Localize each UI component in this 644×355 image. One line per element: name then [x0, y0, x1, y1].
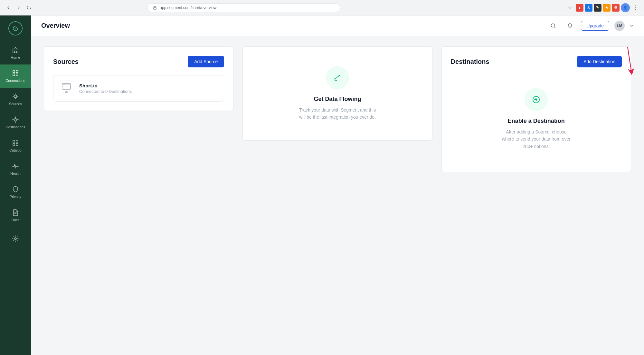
add-destination-button[interactable]: Add Destination [577, 56, 622, 67]
get-data-flowing-desc: Track your data with Segment and this wi… [299, 106, 376, 121]
svg-rect-9 [13, 143, 15, 145]
logo-circle [8, 21, 23, 35]
sidebar-item-destinations[interactable]: Destinations [0, 111, 31, 134]
docs-icon [12, 209, 19, 216]
enable-destination-desc: After adding a Source, choose where to s… [501, 128, 572, 150]
sidebar-item-health-label: Health [10, 172, 21, 175]
sidebar-item-sources-label: Sources [9, 102, 22, 106]
menu-button[interactable]: ⋮ [631, 3, 640, 12]
sidebar-item-docs[interactable]: Docs [0, 204, 31, 227]
search-icon [550, 23, 556, 29]
sidebar-item-catalog[interactable]: Catalog [0, 134, 31, 157]
destinations-card: Destinations Add Destination Enable a De… [441, 46, 631, 172]
destinations-card-body: Enable a Destination After adding a Sour… [451, 75, 622, 163]
sidebar-logo[interactable] [0, 15, 31, 41]
address-bar[interactable]: app.segment.com/short/overview [147, 3, 340, 12]
ext-icon-4: ★ [603, 4, 611, 12]
svg-point-18 [64, 84, 64, 84]
sidebar-item-health[interactable]: Health [0, 157, 31, 181]
svg-line-20 [628, 47, 631, 72]
sidebar-item-home-label: Home [11, 55, 20, 59]
svg-point-19 [65, 84, 65, 84]
source-item[interactable]: JS Short.io Connected to 0 Destinations [53, 75, 224, 102]
svg-rect-1 [13, 71, 15, 73]
destinations-icon [12, 116, 19, 123]
page-body: Sources Add Source [31, 36, 644, 355]
svg-point-5 [14, 95, 17, 98]
svg-rect-7 [13, 140, 15, 142]
source-info: Short.io Connected to 0 Destinations [79, 83, 132, 94]
sidebar-item-privacy-label: Privacy [10, 195, 21, 199]
source-js-badge: JS [64, 90, 68, 94]
ext-icon-3: ✎ [594, 4, 601, 12]
url-text: app.segment.com/short/overview [160, 5, 216, 10]
svg-rect-2 [16, 71, 18, 73]
sidebar-item-home[interactable]: Home [0, 41, 31, 64]
flow-arrows-icon [332, 73, 343, 83]
sidebar-item-privacy[interactable]: Privacy [0, 181, 31, 204]
sidebar-item-settings[interactable] [0, 227, 31, 250]
sources-title: Sources [53, 58, 79, 65]
svg-point-13 [14, 238, 16, 240]
sidebar-item-destinations-label: Destinations [6, 125, 25, 129]
app-container: Home Connections Sources [0, 15, 644, 355]
home-icon [12, 46, 19, 54]
sidebar-item-docs-label: Docs [11, 218, 19, 222]
svg-point-6 [14, 118, 17, 121]
source-name: Short.io [79, 83, 132, 88]
destinations-title: Destinations [451, 58, 489, 65]
sidebar-item-connections-label: Connections [5, 79, 25, 83]
svg-point-14 [551, 24, 555, 27]
sources-card-header: Sources Add Source [53, 56, 224, 67]
svg-rect-8 [16, 140, 18, 142]
back-button[interactable] [4, 3, 13, 12]
add-source-button[interactable]: Add Source [188, 56, 224, 67]
privacy-icon [12, 186, 19, 193]
ext-icon-2: S [585, 4, 592, 12]
catalog-icon [12, 139, 19, 146]
reload-button[interactable] [24, 3, 33, 12]
main-content: Overview Upgrade LM [31, 15, 644, 355]
destinations-card-header: Destinations Add Destination [451, 56, 622, 67]
settings-icon [12, 235, 19, 242]
forward-button[interactable] [14, 3, 23, 12]
connections-icon [12, 70, 19, 77]
source-icon-browser [62, 83, 71, 90]
dest-icon-circle [525, 88, 548, 111]
svg-rect-4 [16, 74, 18, 76]
get-data-flowing-title: Get Data Flowing [314, 96, 361, 103]
sidebar-nav: Home Connections Sources [0, 41, 31, 250]
svg-point-17 [63, 84, 63, 84]
ext-icon-5: ⚙ [612, 4, 620, 12]
avatar[interactable]: LM [614, 21, 625, 31]
browser-nav [4, 3, 33, 12]
dest-arrow-icon [531, 94, 541, 105]
source-subtitle: Connected to 0 Destinations [79, 89, 132, 94]
flow-icon-circle [326, 66, 349, 89]
profile-icon[interactable]: 👤 [621, 3, 630, 12]
sidebar-item-sources[interactable]: Sources [0, 88, 31, 111]
search-button[interactable] [547, 20, 559, 32]
bookmark-button[interactable]: ☆ [565, 3, 574, 12]
sources-card: Sources Add Source [44, 46, 233, 111]
chevron-down-icon [630, 24, 634, 28]
get-data-flowing-card: Get Data Flowing Track your data with Se… [242, 46, 432, 141]
ext-icon-1: ● [576, 4, 583, 12]
sidebar-item-connections[interactable]: Connections [0, 64, 31, 88]
sources-icon [12, 93, 19, 100]
notifications-button[interactable] [564, 20, 576, 32]
source-icon: JS [59, 81, 74, 96]
svg-rect-3 [13, 74, 15, 76]
cards-row: Sources Add Source [44, 46, 631, 172]
sidebar-item-catalog-label: Catalog [9, 148, 22, 152]
bell-icon [567, 23, 573, 29]
svg-rect-0 [154, 7, 156, 9]
browser-actions: ☆ ● S ✎ ★ ⚙ 👤 ⋮ [565, 3, 640, 12]
svg-rect-10 [16, 143, 18, 145]
page-header: Overview Upgrade LM [31, 15, 644, 36]
browser-chrome: app.segment.com/short/overview ☆ ● S ✎ ★… [0, 0, 644, 15]
health-icon [12, 163, 19, 170]
upgrade-button[interactable]: Upgrade [581, 21, 609, 31]
lock-icon [153, 5, 157, 10]
page-title: Overview [41, 22, 547, 29]
